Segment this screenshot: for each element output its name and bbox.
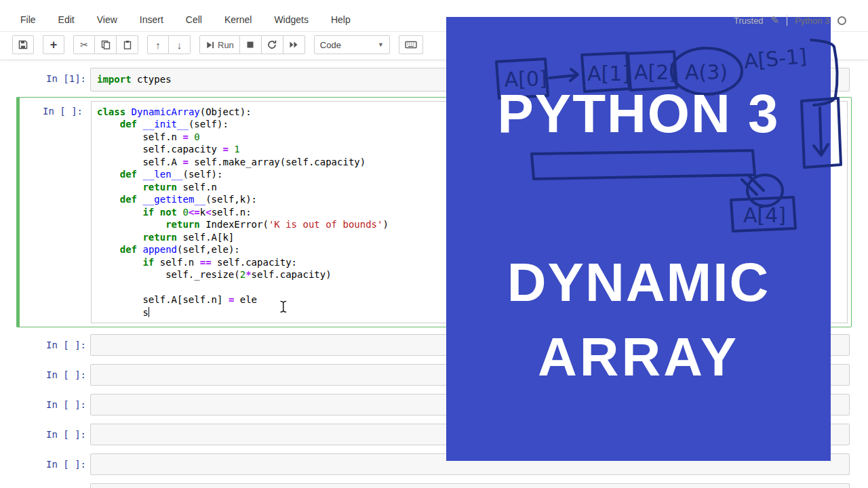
cut-cells-button[interactable]: ✂ <box>73 35 95 54</box>
arrow-down-icon: ↓ <box>177 40 182 50</box>
menu-edit[interactable]: Edit <box>58 14 75 25</box>
menu-insert[interactable]: Insert <box>140 14 163 25</box>
doodle-label-a1: A[1] <box>587 62 630 85</box>
copy-icon <box>101 40 111 49</box>
doodle-label-a3: A(3) <box>685 60 728 84</box>
menu-widgets[interactable]: Widgets <box>274 14 309 25</box>
cell-prompt: In [ ]: <box>17 101 87 324</box>
stop-icon <box>246 41 254 49</box>
menu-cell[interactable]: Cell <box>186 14 202 25</box>
overlay-title-python3: PYTHON 3 <box>446 87 831 141</box>
menu-view[interactable]: View <box>97 14 117 25</box>
text-caret <box>149 307 150 317</box>
plus-icon: + <box>50 39 58 51</box>
doodle-label-as1: A[S-1] <box>743 44 808 73</box>
kernel-name-label: Python 3 <box>795 16 829 26</box>
edit-button-group: ✂ <box>73 35 138 54</box>
restart-kernel-button[interactable] <box>262 35 283 54</box>
pencil-icon[interactable]: ✎ <box>771 14 780 26</box>
cell-type-value: Code <box>320 40 341 50</box>
move-button-group: ↑ ↓ <box>147 35 191 54</box>
menu-file[interactable]: File <box>20 14 36 25</box>
doodle-arrow-between <box>549 69 578 81</box>
cell-prompt: In [ ]: <box>12 483 86 488</box>
kernel-indicator: Trusted ✎ Python 3 <box>734 14 846 26</box>
paste-cells-button[interactable] <box>117 35 138 54</box>
cell-prompt: In [1]: <box>12 68 86 84</box>
move-down-button[interactable]: ↓ <box>169 35 191 54</box>
menu-bar: File Edit View Insert Cell Kernel Widget… <box>20 14 351 25</box>
keyboard-icon <box>405 40 417 49</box>
restart-run-all-button[interactable] <box>283 35 305 54</box>
cell-prompt: In [ ]: <box>12 364 86 380</box>
text-cursor-pointer <box>279 300 288 316</box>
scissors-icon: ✂ <box>80 40 88 49</box>
arrow-up-icon: ↑ <box>155 40 161 50</box>
save-button[interactable] <box>12 35 34 54</box>
doodle-label-a2: A[2] <box>634 60 677 84</box>
jupyter-notebook-window: File Edit View Insert Cell Kernel Widget… <box>0 0 868 488</box>
doodle-label-a4: A[4] <box>743 203 786 227</box>
fast-forward-icon <box>289 40 298 49</box>
menu-kernel[interactable]: Kernel <box>224 14 252 25</box>
command-palette-button[interactable] <box>399 35 423 54</box>
add-cell-button[interactable]: + <box>43 35 64 54</box>
run-button-label: Run <box>218 40 234 50</box>
cell-input-area[interactable] <box>90 483 850 488</box>
cell-prompt: In [ ]: <box>12 424 86 440</box>
stop-button[interactable] <box>240 35 262 54</box>
cell-prompt: In [ ]: <box>12 334 86 350</box>
run-icon <box>205 41 214 49</box>
selected-cell-bar <box>16 97 20 328</box>
kernel-status-icon <box>837 16 846 25</box>
copy-cells-button[interactable] <box>95 35 117 54</box>
restart-icon <box>267 40 277 49</box>
chevron-down-icon: ▼ <box>378 41 384 48</box>
toolbar: + ✂ ↑ ↓ <box>12 35 423 54</box>
cell-prompt: In [ ]: <box>12 453 86 470</box>
trusted-badge[interactable]: Trusted <box>734 16 764 26</box>
cell-prompt: In [ ]: <box>12 394 86 410</box>
save-icon <box>18 40 28 49</box>
run-button-group: Run <box>199 35 305 54</box>
kernel-divider <box>787 15 787 26</box>
empty-code-cell-clipped[interactable]: In [ ]: <box>12 483 850 488</box>
run-button[interactable]: Run <box>199 35 240 54</box>
menu-help[interactable]: Help <box>331 14 351 25</box>
overlay-title-array: ARRAY <box>446 330 831 384</box>
paste-icon <box>123 40 132 49</box>
move-up-button[interactable]: ↑ <box>147 35 169 54</box>
doodle-long-rect <box>532 150 755 179</box>
overlay-panel: A[0] A[1] A[2] A(3) A[S-1] A[4] PYTHON 3… <box>446 17 831 461</box>
overlay-title-dynamic: DYNAMIC <box>446 256 831 310</box>
cell-type-dropdown[interactable]: Code ▼ <box>314 35 390 54</box>
